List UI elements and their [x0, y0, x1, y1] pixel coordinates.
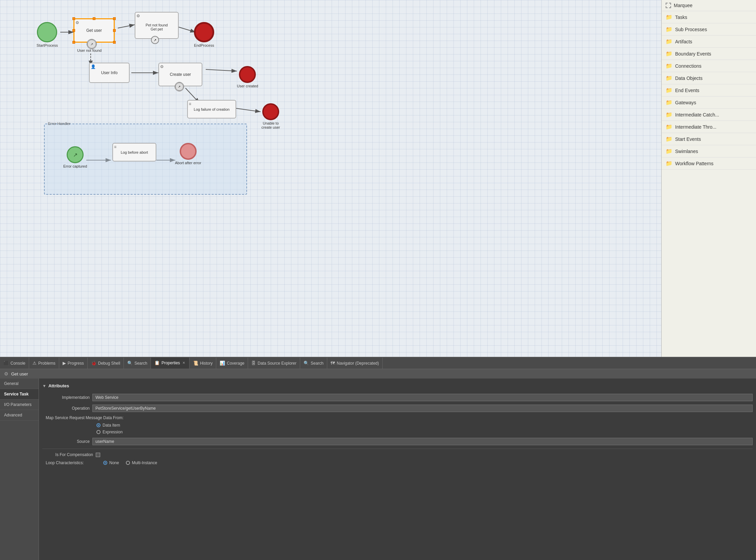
start-process-node[interactable]: StartProcess [37, 22, 58, 47]
sidebar-item-advanced[interactable]: Advanced [0, 410, 39, 420]
source-value[interactable]: userName [93, 438, 753, 445]
right-panel-item-start-events[interactable]: 📁 Start Events [661, 133, 756, 145]
marquee-icon [666, 3, 671, 8]
folder-icon-intermediate-catch: 📁 [666, 112, 672, 118]
swimlanes-label: Swimlanes [675, 148, 698, 154]
tab-problems[interactable]: ⚠ Problems [29, 358, 59, 369]
folder-icon-boundary-events: 📁 [666, 51, 672, 57]
user-icon: 👤 [91, 64, 96, 69]
user-not-found-label: User not found [77, 48, 102, 53]
right-panel-item-connections[interactable]: 📁 Connections [661, 60, 756, 72]
tab-search-1[interactable]: 🔍 Search [124, 358, 151, 369]
sidebar-item-service-task[interactable]: Service Task [0, 389, 39, 400]
log-before-abort-text: Log before abort [121, 150, 148, 154]
source-row: Source userName [42, 438, 753, 445]
end-process-label: EndProcess [194, 43, 214, 47]
problems-icon: ⚠ [33, 361, 37, 366]
sidebar-item-general[interactable]: General [0, 379, 39, 389]
compensation-label: Is For Compensation [46, 452, 93, 457]
tab-search-2[interactable]: 🔍 Search [300, 358, 327, 369]
tab-navigator[interactable]: 🗺 Navigator (Deprecated) [327, 358, 383, 369]
right-panel-item-tasks[interactable]: 📁 Tasks [661, 11, 756, 23]
error-captured-label: Error captured [63, 164, 87, 168]
tab-data-source-explorer[interactable]: 🗄 Data Source Explorer [248, 358, 300, 369]
problems-label: Problems [38, 361, 56, 366]
boundary-events-label: Boundary Events [675, 51, 711, 57]
connections-label: Connections [675, 63, 701, 69]
error-captured-node[interactable]: ↗ Error captured [63, 146, 87, 168]
tab-history[interactable]: 📜 History [189, 358, 216, 369]
end-events-label: End Events [675, 88, 699, 93]
user-created-node[interactable]: User created [237, 66, 258, 88]
radio-expression-label: Expression [103, 429, 123, 434]
top-area: StartProcess ⚙ Get user ↗ [0, 0, 756, 357]
collapse-arrow-icon[interactable]: ▼ [42, 384, 46, 388]
data-source-explorer-label: Data Source Explorer [258, 361, 297, 366]
user-info-node[interactable]: 👤 User Info [89, 63, 129, 83]
sidebar-item-io-parameters[interactable]: I/O Parameters [0, 400, 39, 410]
props-header-gear-icon: ⚙ [4, 371, 8, 377]
abort-after-error-node[interactable]: Abort after error [175, 143, 201, 165]
right-panel-item-gateways[interactable]: 📁 Gateways [661, 97, 756, 109]
end-process-node[interactable]: EndProcess [194, 22, 214, 47]
log-failure-text: Log failure of creation [194, 107, 230, 112]
tab-progress[interactable]: ▶ Progress [59, 358, 88, 369]
right-panel-item-intermediate-catch[interactable]: 📁 Intermediate Catch... [661, 109, 756, 121]
subprocess-icon: ↗ [154, 38, 156, 42]
operation-value[interactable]: PetStoreService/getUserByName [93, 405, 753, 412]
implementation-value[interactable]: Web Service [93, 394, 753, 401]
radio-data-item[interactable]: Data Item [97, 423, 753, 427]
props-header-title: Get user [11, 372, 28, 377]
pet-not-found-node[interactable]: ⚙ Pet not found Get pet ↗ [135, 12, 179, 39]
loop-multi-option[interactable]: Multi-Instance [126, 460, 157, 465]
right-panel-item-sub-processes[interactable]: 📁 Sub Processes [661, 23, 756, 36]
search1-label: Search [134, 361, 147, 366]
sel-handle-bl [73, 41, 75, 44]
data-objects-label: Data Objects [675, 76, 702, 81]
search1-icon: 🔍 [127, 361, 132, 366]
attrs-title: Attributes [48, 383, 69, 388]
right-panel-item-end-events[interactable]: 📁 End Events [661, 84, 756, 97]
compensation-checkbox[interactable] [96, 453, 100, 457]
log-before-abort-node[interactable]: ≡ Log before abort [113, 143, 156, 161]
right-panel-item-marquee[interactable]: Marquee [661, 0, 756, 11]
right-panel-item-boundary-events[interactable]: 📁 Boundary Events [661, 48, 756, 60]
tab-properties[interactable]: 📋 Properties ✕ [151, 358, 189, 369]
folder-icon-gateways: 📁 [666, 99, 672, 106]
right-panel-item-intermediate-throw[interactable]: 📁 Intermediate Thro... [661, 121, 756, 133]
radio-expression-circle [97, 430, 101, 434]
error-captured-shape: ↗ [67, 146, 84, 163]
sel-handle-mr [113, 29, 116, 32]
error-handler-label: Error Handler [48, 122, 70, 126]
folder-icon-data-objects: 📁 [666, 75, 672, 81]
loop-none-option[interactable]: None [103, 460, 119, 465]
log-before-abort-box: ≡ Log before abort [113, 143, 156, 161]
canvas-area[interactable]: StartProcess ⚙ Get user ↗ [0, 0, 661, 357]
get-user-node[interactable]: ⚙ Get user ↗ [74, 19, 115, 42]
progress-label: Progress [68, 361, 84, 366]
right-panel-item-data-objects[interactable]: 📁 Data Objects [661, 72, 756, 84]
user-info-text: User Info [101, 71, 118, 75]
create-user-node[interactable]: ⚙ Create user ↗ [158, 63, 202, 86]
log-failure-node[interactable]: ≡ Log failure of creation [187, 100, 236, 119]
loop-label: Loop Characteristics: [46, 460, 97, 465]
gateways-label: Gateways [675, 100, 696, 105]
intermediate-catch-label: Intermediate Catch... [675, 112, 719, 118]
separator-1 [42, 448, 753, 449]
unable-create-node[interactable]: Unable to create user [257, 103, 284, 129]
radio-group: Data Item Expression [97, 423, 753, 434]
right-panel-item-workflow-patterns[interactable]: 📁 Workflow Patterns [661, 157, 756, 169]
navigator-label: Navigator (Deprecated) [337, 361, 379, 366]
operation-label: Operation [42, 406, 90, 411]
radio-expression[interactable]: Expression [97, 429, 753, 434]
tab-coverage[interactable]: 📊 Coverage [216, 358, 248, 369]
loop-none-label: None [109, 460, 119, 465]
right-panel-item-artifacts[interactable]: 📁 Artifacts [661, 36, 756, 48]
properties-close-icon[interactable]: ✕ [182, 361, 186, 365]
right-panel-item-swimlanes[interactable]: 📁 Swimlanes [661, 145, 756, 157]
tab-debug-shell[interactable]: 🐞 Debug Shell [88, 358, 124, 369]
tab-console[interactable]: ⬛ Console [0, 358, 29, 369]
bottom-panel: ⬛ Console ⚠ Problems ▶ Progress 🐞 Debug … [0, 357, 756, 560]
boundary-icon: ↗ [90, 42, 93, 46]
sel-handle-tm [93, 17, 96, 20]
